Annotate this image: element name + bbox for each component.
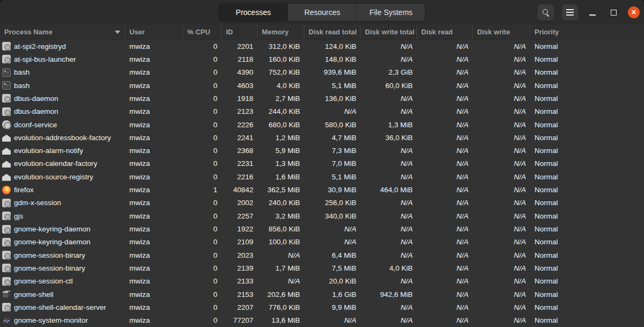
column-header-name[interactable]: Process Name <box>0 25 125 39</box>
cell-disk_read: N/A <box>417 157 473 170</box>
search-icon <box>542 9 550 16</box>
process-row[interactable]: gnome-session-binarymwiza02023N/A6,4 MiB… <box>0 249 644 261</box>
maximize-icon <box>611 10 617 16</box>
cell-disk_read: N/A <box>417 236 473 249</box>
cell-cpu: 1 <box>183 183 222 196</box>
window-controls: ✕ <box>538 0 640 25</box>
process-row[interactable]: at-spi2-registrydmwiza02201312,0 KiB124,… <box>0 40 644 53</box>
cell-disk_read_total: 30,9 MiB <box>304 183 361 196</box>
column-header-label: % CPU <box>187 28 210 36</box>
cell-user: mwiza <box>125 183 183 196</box>
cell-user: mwiza <box>125 222 183 235</box>
process-row[interactable]: firefoxmwiza140842362,5 MiB30,9 MiB464,0… <box>0 183 644 196</box>
minimize-icon <box>589 14 596 16</box>
column-header-label: Priority <box>535 28 559 36</box>
process-row[interactable]: gnome-system-monitormwiza07720713,6 MiBN… <box>0 314 644 327</box>
process-row[interactable]: gdm-x-sessionmwiza02002240,0 KiB256,0 Ki… <box>0 197 644 209</box>
cell-id: 77207 <box>222 314 258 327</box>
cell-memory: 362,5 MiB <box>258 183 304 196</box>
system-monitor-window: Processes Resources File Systems ✕ Proce… <box>0 0 644 327</box>
process-row[interactable]: dbus-daemonmwiza019182,7 MiB136,0 KiBN/A… <box>0 92 644 105</box>
process-row[interactable]: gnome-keyring-daemonmwiza01922856,0 KiBN… <box>0 222 644 235</box>
menu-button[interactable] <box>562 4 578 20</box>
cell-user: mwiza <box>125 92 183 105</box>
cell-disk_read: N/A <box>417 66 473 79</box>
cell-memory: 856,0 KiB <box>258 222 304 235</box>
process-row[interactable]: gnome-shellmwiza02153202,6 MiB1,6 GiB942… <box>0 288 644 301</box>
process-name: dconf-service <box>14 121 57 129</box>
process-row[interactable]: gnome-session-binarymwiza021391,7 MiB7,5… <box>0 261 644 274</box>
column-header-disk_read[interactable]: Disk read <box>417 25 473 39</box>
cell-disk_read_total: N/A <box>304 222 361 235</box>
column-header-cpu[interactable]: % CPU <box>183 25 222 39</box>
process-row[interactable]: evolution-source-registrymwiza022161,6 M… <box>0 170 644 183</box>
cell-memory: N/A <box>258 249 304 261</box>
tab-processes[interactable]: Processes <box>219 4 288 21</box>
cell-disk_write_total: N/A <box>361 157 417 170</box>
cell-id: 40842 <box>222 183 258 196</box>
column-header-disk_read_total[interactable]: Disk read total <box>304 25 361 39</box>
cell-disk_read: N/A <box>417 249 473 261</box>
column-header-memory[interactable]: Memory <box>258 25 304 39</box>
process-row[interactable]: gnome-keyring-daemonmwiza02109100,0 KiBN… <box>0 236 644 249</box>
tab-resources[interactable]: Resources <box>288 4 356 21</box>
minimize-button[interactable] <box>586 4 599 20</box>
column-header-priority[interactable]: Priority <box>530 25 644 39</box>
process-row[interactable]: evolution-calendar-factorymwiza022311,3 … <box>0 157 644 170</box>
cell-memory: 244,0 KiB <box>258 105 304 118</box>
column-header-label: Disk write total <box>365 28 414 36</box>
cell-disk_write_total: N/A <box>361 53 417 66</box>
process-row[interactable]: gnome-shell-calendar-servermwiza02207776… <box>0 301 644 314</box>
cell-disk_read: N/A <box>417 118 473 131</box>
cell-disk_write: N/A <box>473 222 530 235</box>
maximize-button[interactable] <box>607 4 620 20</box>
cell-disk_write_total: N/A <box>361 249 417 261</box>
process-name-cell: gnome-session-ctl <box>0 275 125 288</box>
column-header-user[interactable]: User <box>125 25 183 39</box>
process-name-cell: evolution-calendar-factory <box>0 157 125 170</box>
cell-memory: 202,6 MiB <box>258 288 304 301</box>
envelope-icon <box>2 161 11 168</box>
process-name: bash <box>14 68 30 76</box>
process-row[interactable]: dbus-daemonmwiza02123244,0 KiBN/AN/AN/AN… <box>0 105 644 118</box>
tab-file-systems[interactable]: File Systems <box>356 4 425 21</box>
search-button[interactable] <box>538 4 554 20</box>
process-row[interactable]: gjsmwiza022573,2 MiB340,0 KiBN/AN/AN/ANo… <box>0 209 644 222</box>
column-header-id[interactable]: ID <box>222 25 258 39</box>
process-name-cell: gnome-keyring-daemon <box>0 222 125 235</box>
process-row[interactable]: evolution-addressbook-factorymwiza022411… <box>0 131 644 144</box>
cell-memory: 240,0 KiB <box>258 197 304 209</box>
rings-icon <box>2 120 11 129</box>
envelope-icon <box>2 148 11 155</box>
cell-disk_write_total: N/A <box>361 314 417 327</box>
cell-cpu: 0 <box>183 40 222 53</box>
cell-id: 4603 <box>222 79 258 92</box>
cell-priority: Normal <box>530 157 644 170</box>
process-row[interactable]: dconf-servicemwiza02226680,0 KiB580,0 Ki… <box>0 118 644 131</box>
cell-cpu: 0 <box>183 66 222 79</box>
process-name: dbus-daemon <box>14 107 58 115</box>
cell-id: 1918 <box>222 92 258 105</box>
cell-id: 2207 <box>222 301 258 314</box>
column-header-label: Disk read <box>421 28 453 36</box>
process-row[interactable]: evolution-alarm-notifymwiza023685,9 MiB7… <box>0 144 644 157</box>
cell-disk_read_total: N/A <box>304 236 361 249</box>
column-header-disk_write[interactable]: Disk write <box>473 25 530 39</box>
process-row[interactable]: at-spi-bus-launchermwiza02118160,0 KiB14… <box>0 53 644 66</box>
cell-cpu: 0 <box>183 157 222 170</box>
cell-id: 2118 <box>222 53 258 66</box>
process-row[interactable]: bashmwiza046034,0 KiB5,1 MiB60,0 KiBN/AN… <box>0 79 644 92</box>
column-header-disk_write_total[interactable]: Disk write total <box>361 25 417 39</box>
cell-cpu: 0 <box>183 249 222 261</box>
process-name-cell: evolution-source-registry <box>0 170 125 183</box>
cell-user: mwiza <box>125 53 183 66</box>
cell-id: 2109 <box>222 236 258 249</box>
process-row[interactable]: gnome-session-ctlmwiza02133N/A20,0 KiBN/… <box>0 275 644 288</box>
cell-user: mwiza <box>125 236 183 249</box>
cell-disk_write: N/A <box>473 209 530 222</box>
cell-priority: Normal <box>530 79 644 92</box>
process-row[interactable]: bashmwiza04390752,0 KiB939,6 MiB2,3 GiBN… <box>0 66 644 79</box>
table-header: Process NameUser% CPUIDMemoryDisk read t… <box>0 25 644 40</box>
cell-disk_read: N/A <box>417 275 473 288</box>
close-button[interactable]: ✕ <box>628 6 640 18</box>
